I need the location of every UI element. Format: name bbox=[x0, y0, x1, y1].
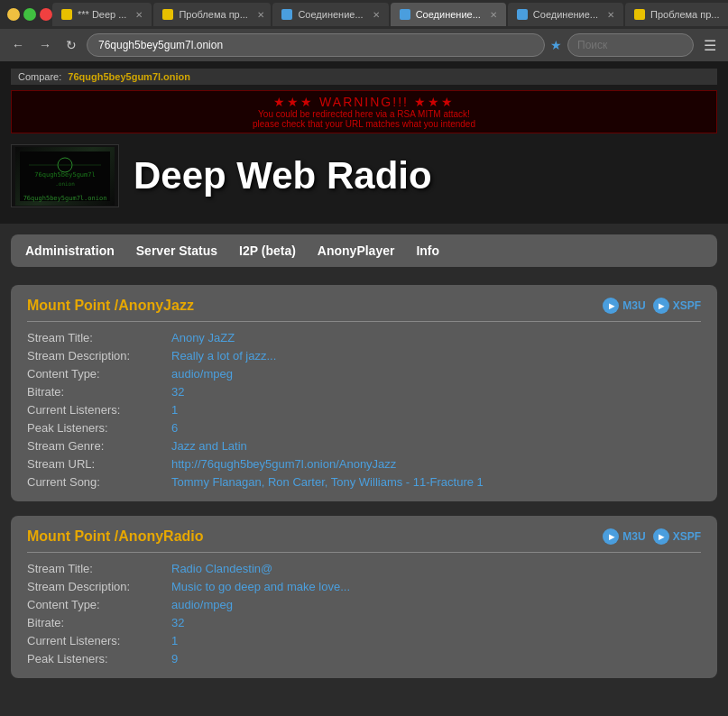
xspf-link-1[interactable]: XSPF bbox=[653, 298, 701, 314]
tab-close-3[interactable]: ✕ bbox=[373, 10, 380, 20]
label-current-listeners-2: Current Listeners: bbox=[27, 634, 171, 647]
m3u-link-2[interactable]: M3U bbox=[603, 528, 645, 545]
row-stream-url-1: Stream URL: http://76qugh5bey5gum7l.onio… bbox=[27, 457, 701, 471]
label-stream-title-2: Stream Title: bbox=[27, 562, 171, 575]
row-stream-desc-1: Stream Description: Really a lot of jazz… bbox=[27, 349, 701, 363]
warning-area: ★★★ WARNING!!! ★★★ You could be redirect… bbox=[11, 90, 717, 133]
row-current-listeners-2: Current Listeners: 1 bbox=[27, 634, 701, 647]
tab-label-3: Соединение... bbox=[298, 9, 363, 20]
tab-favicon-2 bbox=[162, 9, 173, 20]
label-bitrate-2: Bitrate: bbox=[27, 616, 171, 629]
tab-5[interactable]: Соединение... ✕ bbox=[508, 3, 623, 26]
nav-menu: Administration Server Status I2P (beta) … bbox=[11, 234, 717, 267]
tab-label-5: Соединение... bbox=[533, 9, 598, 20]
window-controls bbox=[7, 8, 52, 21]
tab-close-1[interactable]: ✕ bbox=[135, 10, 143, 20]
card-header-2: Mount Point /AnonyRadio M3U XSPF bbox=[27, 528, 701, 553]
tab-bar: *** Deep ... ✕ Проблема пр... ✕ Соединен… bbox=[52, 3, 728, 26]
url-bar[interactable] bbox=[87, 33, 545, 57]
tab-2[interactable]: Проблема пр... ✕ bbox=[153, 3, 271, 26]
row-stream-title-1: Stream Title: Anony JaZZ bbox=[27, 331, 701, 344]
nav-item-administration[interactable]: Administration bbox=[25, 243, 115, 258]
label-bitrate-1: Bitrate: bbox=[27, 385, 171, 399]
value-current-listeners-1: 1 bbox=[171, 403, 178, 417]
compare-url: 76qugh5bey5gum7l.onion bbox=[68, 71, 190, 82]
site-logo: 76qugh5bey5gum7l .onion bbox=[11, 144, 119, 207]
label-peak-listeners-1: Peak Listeners: bbox=[27, 421, 171, 435]
cards-area: Mount Point /AnonyJazz M3U XSPF bbox=[0, 278, 728, 700]
bookmark-icon: ★ bbox=[550, 38, 562, 52]
m3u-label-2: M3U bbox=[622, 530, 645, 543]
label-stream-desc-2: Stream Description: bbox=[27, 580, 171, 593]
title-bar: *** Deep ... ✕ Проблема пр... ✕ Соединен… bbox=[0, 0, 728, 29]
value-peak-listeners-1: 6 bbox=[171, 421, 178, 435]
label-stream-desc-1: Stream Description: bbox=[27, 349, 171, 363]
value-stream-desc-1: Really a lot of jazz... bbox=[171, 349, 276, 363]
row-content-type-1: Content Type: audio/mpeg bbox=[27, 367, 701, 381]
site-title: Deep Web Radio bbox=[134, 154, 432, 197]
value-stream-url-1[interactable]: http://76qugh5bey5gum7l.onion/AnonyJazz bbox=[171, 457, 396, 471]
nav-item-server-status[interactable]: Server Status bbox=[136, 243, 217, 258]
nav-item-i2p[interactable]: I2P (beta) bbox=[239, 243, 296, 258]
row-current-song-1: Current Song: Tommy Flanagan, Ron Carter… bbox=[27, 475, 701, 489]
tab-favicon-1 bbox=[61, 9, 72, 20]
warning-check: please check that your URL matches what … bbox=[19, 119, 709, 129]
value-current-listeners-2: 1 bbox=[171, 634, 178, 647]
row-peak-listeners-1: Peak Listeners: 6 bbox=[27, 421, 701, 435]
stream-info-2: Stream Title: Radio Clandestin@ Stream D… bbox=[27, 562, 701, 666]
tab-3[interactable]: Соединение... ✕ bbox=[272, 3, 388, 26]
mount-card-2: Mount Point /AnonyRadio M3U XSPF bbox=[11, 516, 717, 678]
minimize-button[interactable] bbox=[7, 8, 20, 21]
back-button[interactable]: ← bbox=[7, 36, 29, 54]
tab-label-4: Соединение... bbox=[416, 9, 481, 20]
nav-item-info[interactable]: Info bbox=[416, 243, 439, 258]
tab-close-5[interactable]: ✕ bbox=[607, 10, 614, 20]
play-icon-m3u-1 bbox=[603, 298, 619, 314]
value-stream-title-1: Anony JaZZ bbox=[171, 331, 235, 344]
label-current-song-1: Current Song: bbox=[27, 475, 171, 489]
value-stream-genre-1: Jazz and Latin bbox=[171, 439, 247, 453]
search-input[interactable] bbox=[567, 33, 694, 57]
card-header-1: Mount Point /AnonyJazz M3U XSPF bbox=[27, 298, 701, 322]
row-stream-genre-1: Stream Genre: Jazz and Latin bbox=[27, 439, 701, 453]
close-button[interactable] bbox=[40, 8, 52, 21]
tab-favicon-4 bbox=[400, 9, 410, 20]
maximize-button[interactable] bbox=[23, 8, 36, 21]
play-icon-m3u-2 bbox=[603, 528, 619, 545]
row-peak-listeners-2: Peak Listeners: 9 bbox=[27, 652, 701, 666]
refresh-button[interactable]: ↻ bbox=[61, 36, 81, 54]
play-icon-xspf-1 bbox=[653, 298, 669, 314]
warning-text: You could be redirected here via a RSA M… bbox=[19, 109, 709, 119]
mount-title-1: Mount Point /AnonyJazz bbox=[27, 298, 194, 314]
tab-1[interactable]: *** Deep ... ✕ bbox=[52, 3, 152, 26]
tab-6[interactable]: Проблема пр... ✕ bbox=[625, 3, 728, 26]
browser-window: *** Deep ... ✕ Проблема пр... ✕ Соединен… bbox=[0, 0, 728, 716]
xspf-label-1: XSPF bbox=[673, 299, 701, 312]
tab-close-2[interactable]: ✕ bbox=[257, 10, 264, 20]
label-stream-genre-1: Stream Genre: bbox=[27, 439, 171, 453]
page-content: Compare: 76qugh5bey5gum7l.onion ★★★ WARN… bbox=[0, 61, 728, 716]
value-stream-title-2: Radio Clandestin@ bbox=[171, 562, 272, 575]
compare-bar: Compare: 76qugh5bey5gum7l.onion bbox=[11, 69, 717, 85]
label-content-type-1: Content Type: bbox=[27, 367, 171, 381]
play-icon-xspf-2 bbox=[653, 528, 669, 545]
tab-label-1: *** Deep ... bbox=[78, 9, 126, 20]
m3u-link-1[interactable]: M3U bbox=[603, 298, 645, 314]
tab-4[interactable]: Соединение... ✕ bbox=[391, 3, 506, 26]
nav-item-anonyplayer[interactable]: AnonyPlayer bbox=[318, 243, 395, 258]
forward-button[interactable]: → bbox=[34, 36, 56, 54]
tab-close-4[interactable]: ✕ bbox=[490, 10, 497, 20]
xspf-link-2[interactable]: XSPF bbox=[653, 528, 701, 545]
row-current-listeners-1: Current Listeners: 1 bbox=[27, 403, 701, 417]
menu-button[interactable]: ☰ bbox=[699, 35, 721, 56]
row-stream-desc-2: Stream Description: Music to go deep and… bbox=[27, 580, 701, 593]
row-stream-title-2: Stream Title: Radio Clandestin@ bbox=[27, 562, 701, 575]
value-stream-desc-2: Music to go deep and make love... bbox=[171, 580, 350, 593]
row-bitrate-2: Bitrate: 32 bbox=[27, 616, 701, 629]
tab-favicon-6 bbox=[634, 9, 645, 20]
label-current-listeners-1: Current Listeners: bbox=[27, 403, 171, 417]
warning-stars: ★★★ WARNING!!! ★★★ bbox=[19, 95, 709, 109]
compare-label: Compare: bbox=[18, 71, 61, 82]
value-current-song-1: Tommy Flanagan, Ron Carter, Tony William… bbox=[171, 475, 484, 489]
tab-label-6: Проблема пр... bbox=[650, 9, 719, 20]
